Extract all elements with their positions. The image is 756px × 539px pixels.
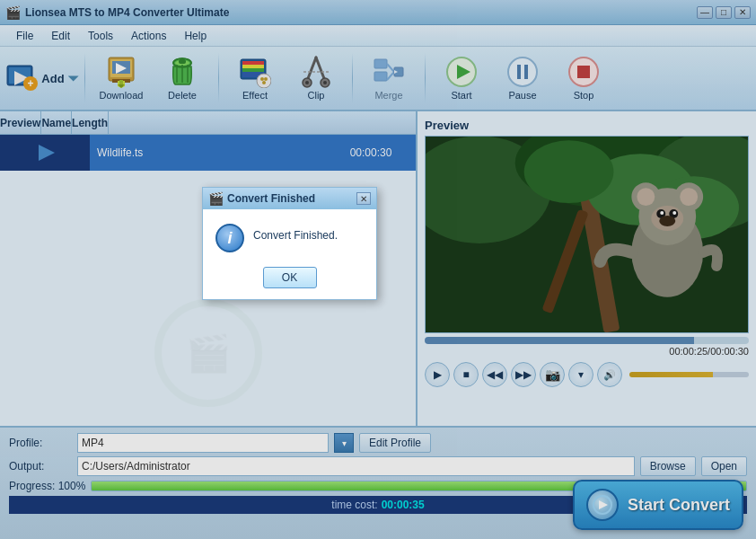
dialog-footer: OK xyxy=(203,261,376,299)
dialog-title-bar: 🎬 Convert Finished ✕ xyxy=(203,188,376,209)
dialog-close-button[interactable]: ✕ xyxy=(356,192,371,205)
dialog-info-icon: i xyxy=(215,224,244,252)
dialog-body: i Convert Finished. xyxy=(203,209,376,261)
dialog-title-text: Convert Finished xyxy=(227,192,353,205)
dialog-message: Convert Finished. xyxy=(253,224,338,242)
dialog-overlay: 🎬 Convert Finished ✕ i Convert Finished.… xyxy=(0,0,756,539)
convert-finished-dialog: 🎬 Convert Finished ✕ i Convert Finished.… xyxy=(202,187,377,300)
dialog-title-icon: 🎬 xyxy=(208,191,224,206)
dialog-ok-button[interactable]: OK xyxy=(263,267,317,288)
